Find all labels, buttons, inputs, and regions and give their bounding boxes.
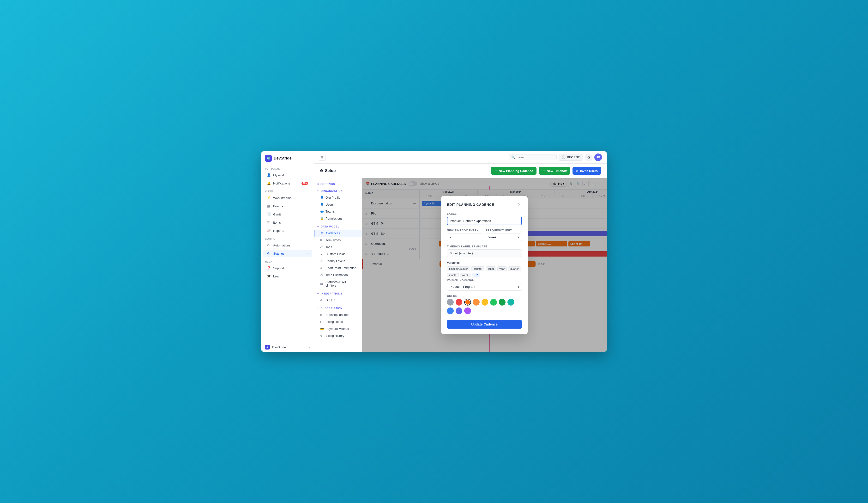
priority-icon: ⚠ (320, 259, 323, 263)
settings-item-priority-levels[interactable]: ⚠ Priority Levels (314, 258, 362, 264)
github-icon: ⊙ (320, 299, 323, 302)
settings-item-tags[interactable]: 🏷 Tags (314, 244, 362, 251)
person-icon: 👤 (267, 173, 271, 177)
new-timebox-button[interactable]: ＋ New Timebox (539, 167, 570, 175)
settings-item-statuses[interactable]: ▦ Statuses & WIP Limiters (314, 279, 362, 289)
var-year[interactable]: year (497, 266, 507, 271)
new-timebox-label: NEW TIMEBOX EVERY (447, 229, 483, 232)
settings-item-github[interactable]: ⊙ GitHub (314, 296, 362, 304)
sidebar-item-gantt[interactable]: 📊 Gantt (263, 210, 312, 218)
bell-icon: 🔔 (267, 181, 271, 185)
sidebar-item-automations[interactable]: ⚙ Automations (263, 241, 312, 249)
settings-item-payment-method[interactable]: 💳 Payment Method (314, 325, 362, 332)
color-orange[interactable] (473, 299, 479, 305)
sidebar-item-mywork[interactable]: 👤 My work (263, 171, 312, 179)
modal-close-button[interactable]: ✕ (516, 202, 522, 208)
color-green[interactable] (490, 299, 497, 305)
sidebar-item-settings[interactable]: ⚙ Settings › (263, 250, 312, 257)
settings-item-permissions[interactable]: 🔒 Permissions (314, 215, 362, 222)
new-planning-cadence-button[interactable]: ＋ New Planning Cadence (491, 167, 537, 175)
color-gray[interactable] (447, 299, 454, 305)
settings-item-subscription-tier[interactable]: ⊞ Subscription Tier (314, 311, 362, 318)
topbar: ⊞ 🔍 🕐 RECENT ◑ JD (314, 151, 607, 163)
items-icon: ☰ (267, 221, 271, 224)
color-blue[interactable] (447, 308, 454, 314)
recent-icon: 🕐 (562, 155, 566, 159)
var-label[interactable]: label (486, 266, 496, 271)
support-icon: ❓ (267, 266, 271, 270)
sidebar-item-boards[interactable]: ▦ Boards (263, 202, 312, 210)
app-logo[interactable]: DevStride (261, 151, 314, 164)
settings-item-time-estimation[interactable]: ⏱ Time Estimation (314, 271, 362, 279)
settings-item-users[interactable]: 👤 Users (314, 201, 362, 208)
settings-item-org-profile[interactable]: 👤 Org Profile (314, 194, 362, 201)
color-purple[interactable] (464, 308, 471, 314)
sidebar-item-reports[interactable]: 📈 Reports (263, 227, 312, 234)
settings-panel: ≡ SETTINGS ▾ ORGANIZATION 👤 Org Profile … (314, 178, 362, 352)
main-content: ⊞ 🔍 🕐 RECENT ◑ JD ⚙ Setup (314, 151, 607, 352)
frequency-unit-field-group: FREQUENCY UNIT Day Week Month Quarter (486, 229, 522, 241)
new-timebox-input[interactable] (447, 233, 483, 241)
label-field-group: LABEL (447, 212, 522, 225)
plus-box-icon: ＋ (542, 169, 545, 173)
search-box[interactable]: 🔍 (509, 154, 557, 160)
statuses-icon: ▦ (320, 282, 323, 285)
color-orange-red[interactable] (464, 299, 471, 305)
update-cadence-button[interactable]: Update Cadence (447, 320, 522, 329)
recent-button[interactable]: 🕐 RECENT (559, 154, 583, 161)
sidebar-item-workstreams[interactable]: ⚡ Workstreams (263, 194, 312, 202)
label-input[interactable] (447, 217, 522, 225)
color-dark-green[interactable] (499, 299, 506, 305)
var-counter[interactable]: counter (472, 266, 485, 271)
tag-icon: 🏷 (320, 245, 323, 249)
parent-cadence-field-group: PARENT CADENCE Product - Program (447, 279, 522, 291)
settings-item-item-types[interactable]: ⊞ Item Types (314, 237, 362, 244)
settings-item-billing-history[interactable]: ↺ Billing History (314, 332, 362, 339)
org-icon: 👤 (320, 196, 323, 199)
custom-fields-icon: ≺ (320, 252, 323, 256)
color-red[interactable] (456, 299, 462, 305)
var-week[interactable]: week (460, 273, 471, 278)
var-more[interactable]: + 2 (472, 273, 480, 278)
color-yellow[interactable] (482, 299, 488, 305)
search-input[interactable] (517, 155, 554, 159)
frequency-select-wrapper: Day Week Month Quarter (486, 233, 522, 241)
sidebar-bottom-devstride[interactable]: DevStride › (261, 342, 314, 352)
help-section-label: HELP (261, 258, 314, 264)
workstreams-icon: ⚡ (267, 196, 271, 200)
settings-item-teams[interactable]: 👥 Teams (314, 208, 362, 215)
personal-section-label: PERSONAL (261, 164, 314, 171)
settings-item-billing-details[interactable]: ⊟ Billing Details (314, 318, 362, 325)
template-input[interactable] (447, 249, 522, 257)
color-indigo[interactable] (456, 308, 462, 314)
new-timebox-field-group: NEW TIMEBOX EVERY (447, 229, 483, 241)
settings-item-effort-point[interactable]: ⊕ Effort Point Estimation (314, 264, 362, 271)
parent-cadence-wrapper: Product - Program (447, 283, 522, 291)
parent-cadence-select[interactable]: Product - Program (447, 283, 522, 291)
settings-item-custom-fields[interactable]: ≺ Custom Fields (314, 251, 362, 258)
sidebar-bottom: DevStride › (261, 342, 314, 352)
label-field-label: LABEL (447, 212, 522, 215)
template-field-group: TIMEBOX LABEL TEMPLATE (447, 245, 522, 257)
var-quarter[interactable]: quarter (508, 266, 521, 271)
sidebar-item-learn[interactable]: 🎓 Learn (263, 272, 312, 280)
sidebar-item-items[interactable]: ☰ Items (263, 219, 312, 226)
theme-toggle-button[interactable]: ◑ (585, 153, 592, 161)
color-field-group: COLOR (447, 294, 522, 314)
user-avatar[interactable]: JD (595, 153, 602, 161)
expand-sidebar-button[interactable]: ⊞ (319, 154, 326, 161)
plus-icon: ＋ (494, 169, 497, 173)
var-timeboxcounter[interactable]: timeboxCounter (447, 266, 470, 271)
calendar-area: 📅 PLANNING CADENCES Show archived Months… (362, 178, 607, 352)
settings-chevron: › (307, 252, 308, 255)
sidebar-item-notifications[interactable]: 🔔 Notifications 99+ (263, 179, 312, 187)
var-month[interactable]: month (447, 273, 459, 278)
config-section-label: CONFIG (261, 235, 314, 241)
tier-icon: ⊞ (320, 313, 323, 316)
sidebar-item-support[interactable]: ❓ Support (263, 264, 312, 272)
invite-users-button[interactable]: ➤ Invite Users (572, 167, 601, 175)
modal-header: EDIT PLANNING CADENCE ✕ (447, 202, 522, 208)
settings-item-cadences[interactable]: ⊞ Cadences (314, 230, 362, 237)
color-teal[interactable] (507, 299, 514, 305)
frequency-unit-select[interactable]: Day Week Month Quarter (486, 233, 522, 241)
